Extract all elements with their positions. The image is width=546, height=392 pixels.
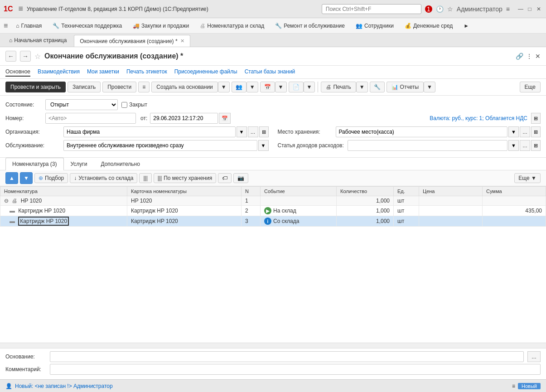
basis-input[interactable] xyxy=(50,351,524,362)
forward-button[interactable]: → xyxy=(20,51,31,62)
hamburger-icon[interactable]: ≡ xyxy=(4,22,8,30)
date-picker-button[interactable]: 📅 xyxy=(219,113,231,124)
people-icon-button[interactable]: 👥 xyxy=(232,82,246,92)
table-scrollbar[interactable] xyxy=(0,343,546,348)
menu-home[interactable]: ⌂ Главная xyxy=(11,21,46,31)
org-input[interactable] xyxy=(63,126,236,137)
back-button[interactable]: ← xyxy=(5,51,16,62)
more-button[interactable]: Еще xyxy=(520,82,541,92)
closed-checkbox[interactable] xyxy=(121,102,127,108)
closed-checkbox-label[interactable]: Закрыт xyxy=(121,102,147,108)
post-close-button[interactable]: Провести и закрыть xyxy=(5,82,66,92)
kebab-icon[interactable]: ⋮ xyxy=(526,53,532,60)
comment-input[interactable] xyxy=(50,364,541,375)
doc-close-icon[interactable]: ✕ xyxy=(535,53,541,60)
repair-icon: 🔧 xyxy=(275,23,282,29)
list-icon-button[interactable]: ≡ xyxy=(138,82,150,92)
date-input[interactable] xyxy=(150,113,218,124)
create-basis-dropdown[interactable]: ▼ xyxy=(218,82,230,92)
tab-nomenclature[interactable]: Номенклатура (3) xyxy=(5,158,64,170)
by-storage-button[interactable]: ||| По месту хранения xyxy=(154,173,216,183)
currency-settings-button[interactable]: ⊞ xyxy=(531,113,541,124)
menu-employees[interactable]: 👥 Сотрудники xyxy=(351,21,398,31)
income-input[interactable] xyxy=(348,140,507,151)
link-icon[interactable]: 🔗 xyxy=(516,53,523,60)
post-button[interactable]: Провести xyxy=(102,82,136,92)
create-basis-button[interactable]: Создать на основании xyxy=(151,82,218,92)
table-row[interactable]: ▬ Картридж HP 1020 Картридж HP 1020 3 i … xyxy=(0,216,546,227)
window-controls: — □ ✕ xyxy=(517,5,542,13)
camera-button[interactable]: 📷 xyxy=(233,173,248,183)
org-open-button[interactable]: ⊞ xyxy=(259,126,269,137)
table-row[interactable]: ⊖ 🖨 HP 1020 HP 1020 1 1,000 шт xyxy=(0,196,546,206)
subnav-notes[interactable]: Мои заметки xyxy=(87,68,119,77)
income-browse-button[interactable]: … xyxy=(520,140,530,151)
calendar-dropdown[interactable]: ▼ xyxy=(275,82,287,92)
people-dropdown[interactable]: ▼ xyxy=(246,82,258,92)
user-link[interactable]: Новый: <не записан !> Администратор xyxy=(15,383,113,389)
menu-icon[interactable]: ≡ xyxy=(18,4,23,14)
org-browse-button[interactable]: … xyxy=(248,126,258,137)
subnav-knowledge[interactable]: Статьи базы знаний xyxy=(245,68,295,77)
notification-badge[interactable]: 1 xyxy=(425,5,432,13)
tools-icon-button[interactable]: 🔧 xyxy=(370,82,385,92)
menu-more[interactable]: ► xyxy=(459,21,474,31)
number-input[interactable] xyxy=(45,113,136,124)
tab-home[interactable]: ⌂ Начальная страница xyxy=(4,34,72,47)
tag-button[interactable]: 🏷 xyxy=(218,173,232,183)
status-dropdown[interactable]: Открыт xyxy=(45,99,118,110)
subnav-basic[interactable]: Основное xyxy=(5,68,30,77)
currency-label[interactable]: Валюта: руб., курс: 1; Облагается НДС xyxy=(430,115,527,121)
calendar-icon-button[interactable]: 📅 xyxy=(260,82,275,92)
subnav-labels[interactable]: Печать этикеток xyxy=(126,68,167,77)
service-input[interactable] xyxy=(63,140,257,151)
subnav-attachments[interactable]: Присоединенные файлы xyxy=(174,68,237,77)
menu-repair[interactable]: 🔧 Ремонт и обслуживание xyxy=(271,21,349,31)
minimize-button[interactable]: — xyxy=(517,5,524,13)
menu-purchases[interactable]: 🚚 Закупки и продажи xyxy=(128,21,193,31)
income-dropdown-button[interactable]: ▼ xyxy=(508,140,519,151)
print-button[interactable]: 🖨 Печать xyxy=(321,82,356,92)
favorite-icon[interactable]: ☆ xyxy=(447,5,453,13)
menu-finance[interactable]: 💰 Денежные сред xyxy=(400,21,457,31)
collapse-icon[interactable]: ⊖ xyxy=(4,198,9,204)
storage-browse-button[interactable]: … xyxy=(520,126,530,137)
move-down-button[interactable]: ▼ xyxy=(20,172,33,184)
service-dropdown-button[interactable]: ▼ xyxy=(258,140,269,151)
save-button[interactable]: Записать xyxy=(68,82,101,92)
tab-additional[interactable]: Дополнительно xyxy=(94,158,146,170)
income-field: Статья доходов расходов: ▼ … ⊞ xyxy=(278,140,541,151)
storage-dropdown-button[interactable]: ▼ xyxy=(508,126,519,137)
tab-close-button[interactable]: ✕ xyxy=(180,38,184,44)
org-dropdown-button[interactable]: ▼ xyxy=(237,126,247,137)
settings-icon[interactable]: ≡ xyxy=(506,5,510,13)
barcode-button[interactable]: ||| xyxy=(139,173,151,183)
reports-button[interactable]: 📊 Отчеты xyxy=(387,82,424,92)
doc-dropdown[interactable]: ▼ xyxy=(304,82,315,92)
subnav-interactions[interactable]: Взаимодействия xyxy=(38,68,80,77)
barcode-icon: ||| xyxy=(143,175,147,181)
history-icon[interactable]: 🕐 xyxy=(436,5,444,13)
star-icon[interactable]: ☆ xyxy=(34,52,41,61)
table-wrapper[interactable]: Номенклатура Карточка номенклатуры N Соб… xyxy=(0,186,546,343)
search-input[interactable] xyxy=(322,4,421,14)
table-toolbar: ▲ ▼ ⊕ Подбор ↓ Установить со склада ||| … xyxy=(0,170,546,186)
maximize-button[interactable]: □ xyxy=(526,5,533,13)
print-dropdown[interactable]: ▼ xyxy=(356,82,368,92)
menu-support[interactable]: 🔧 Техническая поддержка xyxy=(48,21,126,31)
storage-open-button[interactable]: ⊞ xyxy=(531,126,541,137)
tab-current[interactable]: Окончание обслуживания (создание) * ✕ xyxy=(74,35,190,47)
doc-icon-button[interactable]: 📄 xyxy=(289,82,304,92)
move-up-button[interactable]: ▲ xyxy=(5,172,18,184)
income-open-button[interactable]: ⊞ xyxy=(531,140,541,151)
table-more-button[interactable]: Еще ▼ xyxy=(514,173,541,183)
storage-input[interactable] xyxy=(336,126,508,137)
reports-dropdown[interactable]: ▼ xyxy=(424,82,435,92)
pick-button[interactable]: ⊕ Подбор xyxy=(34,173,68,183)
basis-browse-button[interactable]: … xyxy=(527,351,541,362)
close-button[interactable]: ✕ xyxy=(535,5,542,13)
menu-nomenclature[interactable]: 🖨 Номенклатура и склад xyxy=(195,21,269,31)
table-row[interactable]: ▬ Картридж HP 1020 Картридж HP 1020 2 ▶ … xyxy=(0,206,546,216)
tab-services[interactable]: Услуги xyxy=(64,158,94,170)
set-warehouse-button[interactable]: ↓ Установить со склада xyxy=(70,173,137,183)
